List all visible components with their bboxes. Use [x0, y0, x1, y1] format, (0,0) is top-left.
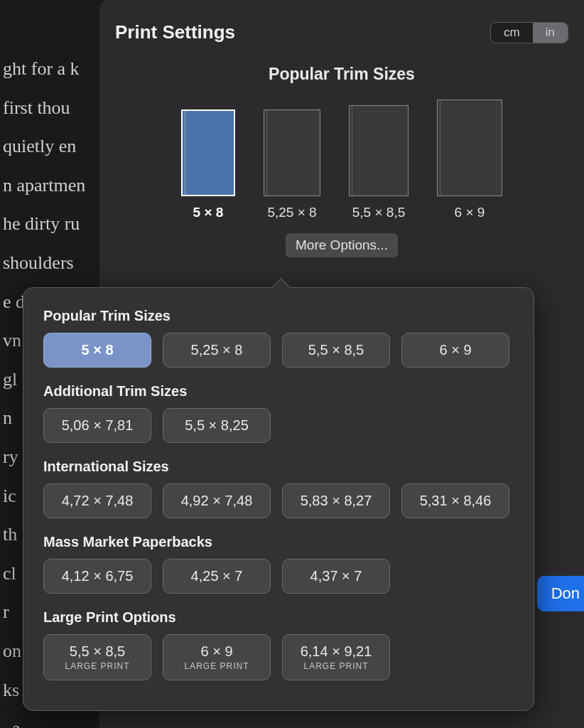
size-option[interactable]: 5,31 × 8,46: [401, 483, 509, 518]
unit-in-button[interactable]: in: [533, 23, 568, 43]
size-option-sublabel: LARGE PRINT: [184, 661, 249, 671]
size-option-label: 4,37 × 7: [310, 568, 362, 584]
size-option[interactable]: 4,25 × 7: [163, 559, 271, 594]
popover-section: Additional Trim Sizes5,06 × 7,815,5 × 8,…: [43, 383, 514, 443]
size-option-label: 6 × 9: [439, 342, 471, 358]
background-text-line: quietly en: [0, 127, 99, 166]
trim-preview-label: 5,5 × 8,5: [352, 205, 405, 220]
popover-row: 5 × 85,25 × 85,5 × 8,56 × 9: [43, 333, 514, 368]
size-option-sublabel: LARGE PRINT: [303, 661, 368, 671]
size-option-label: 5,5 × 8,5: [308, 342, 364, 358]
size-option-label: 4,72 × 7,48: [62, 493, 134, 509]
size-option-label: 5,83 × 8,27: [301, 493, 372, 509]
popover-section: Popular Trim Sizes5 × 85,25 × 85,5 × 8,5…: [43, 308, 514, 368]
size-option-label: 5,06 × 7,81: [62, 417, 134, 434]
popover-row: 4,12 × 6,754,25 × 74,37 × 7: [43, 559, 514, 594]
size-option[interactable]: 4,12 × 6,75: [43, 559, 151, 594]
popover-row: 4,72 × 7,484,92 × 7,485,83 × 8,275,31 × …: [43, 483, 514, 518]
trim-preview-2[interactable]: 5,5 × 8,5: [349, 105, 409, 220]
size-option[interactable]: 6 × 9: [401, 333, 509, 368]
size-option[interactable]: 6,14 × 9,21LARGE PRINT: [282, 634, 390, 680]
size-option[interactable]: 6 × 9LARGE PRINT: [163, 634, 271, 680]
popover-section: Mass Market Paperbacks4,12 × 6,754,25 × …: [43, 534, 514, 594]
popover-section: Large Print Options5,5 × 8,5LARGE PRINT6…: [43, 609, 514, 680]
trim-preview-label: 5,25 × 8: [267, 205, 316, 220]
more-options-popover: Popular Trim Sizes5 × 85,25 × 85,5 × 8,5…: [23, 287, 534, 711]
popover-section-title: Mass Market Paperbacks: [43, 534, 514, 550]
size-option[interactable]: 5,25 × 8: [163, 333, 271, 368]
trim-box: [181, 109, 235, 196]
size-option-label: 6 × 9: [200, 643, 232, 660]
background-text-line: he dirty ru: [0, 205, 99, 244]
popover-section-title: Popular Trim Sizes: [43, 308, 514, 324]
background-text-line: , a: [0, 710, 99, 728]
panel-header: Print Settings cm in: [115, 21, 568, 43]
size-option-label: 4,12 × 6,75: [62, 568, 134, 584]
popover-section: International Sizes4,72 × 7,484,92 × 7,4…: [43, 459, 514, 518]
size-option[interactable]: 5,5 × 8,25: [163, 408, 271, 443]
size-option[interactable]: 5,06 × 7,81: [43, 408, 151, 443]
popular-sizes-title: Popular Trim Sizes: [115, 65, 568, 84]
unit-toggle[interactable]: cm in: [490, 22, 568, 43]
trim-size-previews: 5 × 85,25 × 85,5 × 8,56 × 9: [115, 100, 568, 220]
background-text-line: first thou: [0, 89, 99, 128]
size-option[interactable]: 5,83 × 8,27: [282, 483, 390, 518]
trim-preview-1[interactable]: 5,25 × 8: [264, 109, 320, 220]
size-option[interactable]: 4,72 × 7,48: [43, 483, 151, 518]
size-option-label: 5,25 × 8: [191, 342, 243, 358]
panel-title: Print Settings: [115, 21, 235, 43]
popover-row: 5,5 × 8,5LARGE PRINT6 × 9LARGE PRINT6,14…: [43, 634, 514, 680]
size-option-sublabel: LARGE PRINT: [65, 661, 129, 671]
trim-box: [349, 105, 409, 196]
background-text-line: shoulders: [0, 244, 99, 283]
size-option[interactable]: 4,92 × 7,48: [163, 483, 271, 518]
unit-cm-button[interactable]: cm: [491, 23, 533, 43]
size-option-label: 6,14 × 9,21: [301, 643, 372, 660]
size-option-label: 4,92 × 7,48: [181, 493, 253, 509]
trim-preview-3[interactable]: 6 × 9: [437, 100, 502, 220]
trim-preview-label: 6 × 9: [455, 205, 485, 220]
popover-section-title: Additional Trim Sizes: [43, 383, 514, 400]
size-option[interactable]: 4,37 × 7: [282, 559, 390, 594]
done-button[interactable]: Don: [537, 576, 584, 611]
popover-section-title: International Sizes: [43, 459, 514, 475]
size-option-label: 5,31 × 8,46: [420, 493, 492, 509]
more-options-row: More Options...: [115, 233, 568, 257]
trim-preview-label: 5 × 8: [193, 205, 224, 220]
more-options-button[interactable]: More Options...: [286, 233, 398, 257]
trim-preview-0[interactable]: 5 × 8: [181, 109, 235, 220]
size-option[interactable]: 5 × 8: [43, 333, 151, 368]
size-option[interactable]: 5,5 × 8,5LARGE PRINT: [43, 634, 151, 680]
size-option-label: 4,25 × 7: [191, 568, 243, 584]
trim-box: [264, 109, 320, 196]
trim-box: [437, 100, 502, 196]
background-text-line: n apartmen: [0, 166, 99, 205]
size-option-label: 5 × 8: [81, 342, 113, 358]
size-option-label: 5,5 × 8,5: [70, 643, 125, 660]
popover-row: 5,06 × 7,815,5 × 8,25: [43, 408, 514, 443]
size-option[interactable]: 5,5 × 8,5: [282, 333, 390, 368]
popover-section-title: Large Print Options: [43, 609, 514, 626]
background-text-line: ght for a k: [0, 50, 99, 89]
size-option-label: 5,5 × 8,25: [185, 417, 249, 434]
